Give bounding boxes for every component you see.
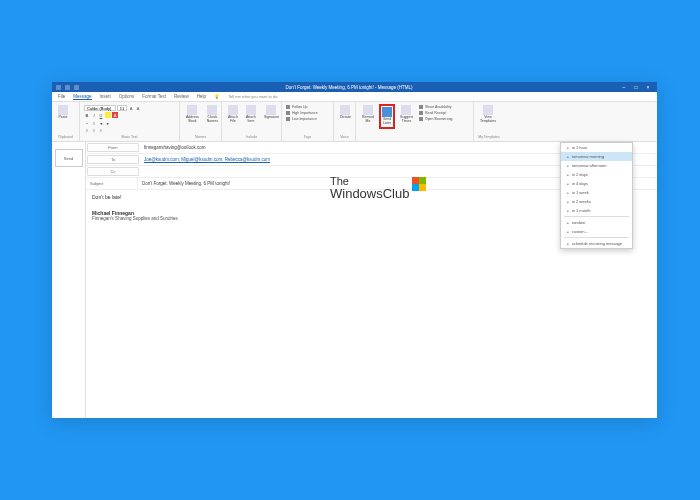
- tab-options[interactable]: Options: [119, 94, 135, 99]
- tab-insert[interactable]: Insert: [100, 94, 111, 99]
- low-priority-icon: [286, 117, 290, 121]
- font-size-select[interactable]: 11: [117, 105, 127, 111]
- address-book-icon: [187, 105, 197, 115]
- highlight-button[interactable]: [105, 112, 111, 118]
- outlook-window: Don't Forget: Weekly Meeting, 6 PM tonig…: [52, 82, 657, 418]
- high-priority-icon: [286, 111, 290, 115]
- remind-me-button[interactable]: Remind Me: [359, 104, 377, 125]
- receipt-icon: [419, 111, 423, 115]
- align-right-button[interactable]: ≡: [98, 128, 104, 134]
- group-basic-text: Basic Text: [83, 135, 176, 139]
- templates-icon: [483, 105, 493, 115]
- send-later-dropdown: ●in 1 hour ●tomorrow morning ●tomorrow a…: [560, 142, 633, 249]
- align-left-button[interactable]: ≡: [84, 128, 90, 134]
- tell-me-search[interactable]: Tell me what you want to do: [228, 94, 277, 99]
- dictate-icon: [340, 105, 350, 115]
- paste-button[interactable]: Paste: [55, 104, 71, 121]
- check-names-icon: [207, 105, 217, 115]
- calendar-icon: [401, 105, 411, 115]
- attach-file-icon: [228, 105, 238, 115]
- from-value[interactable]: finneganshaving@outlook.com: [140, 145, 210, 150]
- dropdown-item[interactable]: ●in 2 weeks: [561, 197, 632, 206]
- remind-icon: [363, 105, 373, 115]
- italic-button[interactable]: I: [91, 112, 97, 118]
- to-value[interactable]: Joe@ksudm.com; Miguel@ksudm.com; Rebecca…: [140, 157, 274, 162]
- increase-font-button[interactable]: A: [128, 105, 134, 111]
- signature-icon: [266, 105, 276, 115]
- attach-file-button[interactable]: Attach File: [225, 104, 241, 125]
- dropdown-item[interactable]: ●in 4 days: [561, 179, 632, 188]
- tab-review[interactable]: Review: [174, 94, 189, 99]
- numbering-button[interactable]: ≡: [91, 121, 97, 127]
- view-templates-button[interactable]: View Templates: [477, 104, 499, 125]
- maximize-button[interactable]: □: [631, 83, 641, 91]
- dropdown-item[interactable]: ●in 1 month: [561, 206, 632, 215]
- group-voice: Voice: [337, 135, 352, 139]
- group-clipboard: Clipboard: [55, 135, 76, 139]
- align-center-button[interactable]: ≡: [91, 128, 97, 134]
- send-button[interactable]: Send: [55, 149, 83, 167]
- outdent-button[interactable]: ◄: [98, 121, 104, 127]
- attach-item-button[interactable]: Attach Item: [243, 104, 259, 125]
- group-templates: My Templates: [477, 135, 501, 139]
- minimize-button[interactable]: –: [619, 83, 629, 91]
- lightbulb-icon: 💡: [214, 94, 220, 99]
- share-icon: [419, 105, 423, 109]
- dropdown-item[interactable]: ●in 2 days: [561, 170, 632, 179]
- bold-button[interactable]: B: [84, 112, 90, 118]
- tab-help[interactable]: Help: [197, 94, 206, 99]
- dropdown-item[interactable]: ●tomorrow afternoon: [561, 161, 632, 170]
- tab-format-text[interactable]: Format Text: [142, 94, 166, 99]
- group-tags: Tags: [285, 135, 330, 139]
- attach-item-icon: [246, 105, 256, 115]
- font-family-select[interactable]: Calibri (Body): [84, 105, 116, 111]
- subject-label: Subject: [86, 178, 138, 189]
- save-icon[interactable]: [56, 85, 61, 90]
- boomerang-icon: [419, 117, 423, 121]
- send-later-button[interactable]: Send Later: [379, 104, 395, 129]
- font-color-button[interactable]: A: [112, 112, 118, 118]
- to-button[interactable]: To: [87, 155, 139, 164]
- dropdown-item[interactable]: ●in 1 hour: [561, 143, 632, 152]
- tab-message[interactable]: Message: [73, 94, 91, 100]
- dropdown-item[interactable]: ●random: [561, 218, 632, 227]
- tab-file[interactable]: File: [58, 94, 65, 99]
- group-include: Include: [225, 135, 278, 139]
- check-names-button[interactable]: Check Names: [204, 104, 221, 125]
- indent-button[interactable]: ►: [105, 121, 111, 127]
- paste-icon: [58, 105, 68, 115]
- low-importance-button[interactable]: Low Importance: [285, 116, 330, 122]
- signature-button[interactable]: Signature: [261, 104, 282, 121]
- group-names: Names: [183, 135, 218, 139]
- underline-button[interactable]: U: [98, 112, 104, 118]
- suggest-times-button[interactable]: Suggest Times: [397, 104, 416, 125]
- from-button[interactable]: From: [87, 143, 139, 152]
- title-bar: Don't Forget: Weekly Meeting, 6 PM tonig…: [52, 82, 657, 92]
- window-title: Don't Forget: Weekly Meeting, 6 PM tonig…: [79, 85, 619, 90]
- bullets-button[interactable]: •: [84, 121, 90, 127]
- send-later-icon: [382, 107, 392, 117]
- open-boomerang-button[interactable]: Open Boomerang: [418, 116, 454, 122]
- flag-icon: [286, 105, 290, 109]
- undo-icon[interactable]: [65, 85, 70, 90]
- dropdown-item[interactable]: ●tomorrow morning: [561, 152, 632, 161]
- subject-value[interactable]: Don't Forget: Weekly Meeting, 6 PM tonig…: [138, 181, 234, 186]
- dropdown-item[interactable]: ●custom...: [561, 227, 632, 236]
- dropdown-item[interactable]: ●schedule recurring message: [561, 239, 632, 248]
- close-button[interactable]: ×: [643, 83, 653, 91]
- dropdown-item[interactable]: ●in 1 week: [561, 188, 632, 197]
- ribbon-tabs: File Message Insert Options Format Text …: [52, 92, 657, 102]
- decrease-font-button[interactable]: A: [135, 105, 141, 111]
- cc-button[interactable]: Cc: [87, 167, 139, 176]
- ribbon: Paste Clipboard Calibri (Body) 11 A A B …: [52, 102, 657, 142]
- address-book-button[interactable]: Address Book: [183, 104, 202, 125]
- dictate-button[interactable]: Dictate: [337, 104, 354, 121]
